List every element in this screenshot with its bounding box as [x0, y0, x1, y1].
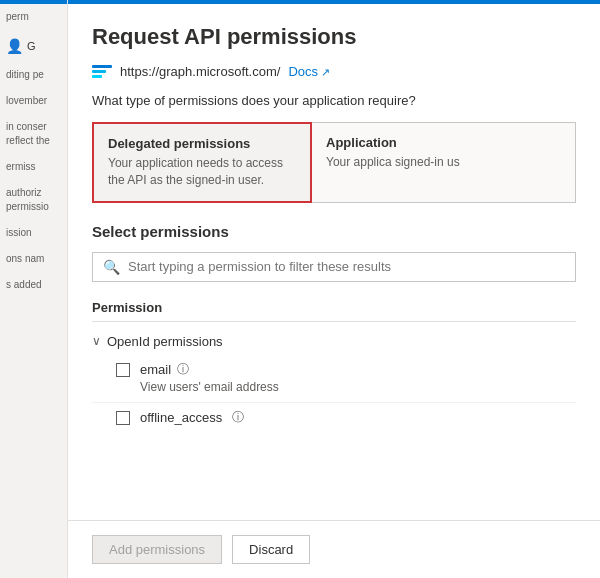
select-permissions-title: Select permissions	[92, 223, 576, 240]
email-checkbox[interactable]	[116, 363, 130, 377]
sidebar-item-perm: perm	[0, 4, 67, 30]
email-perm-name: email	[140, 362, 171, 377]
email-perm-desc: View users' email address	[140, 380, 576, 394]
sidebar-item-ermiss: ermiss	[0, 154, 67, 180]
permission-item-offline: offline_access ⓘ	[92, 403, 576, 430]
discard-button[interactable]: Discard	[232, 535, 310, 564]
offline-perm-name: offline_access	[140, 410, 222, 425]
chevron-down-icon: ∨	[92, 334, 101, 348]
delegated-card-title: Delegated permissions	[108, 136, 296, 151]
permission-item-email: email ⓘ View users' email address	[92, 353, 576, 403]
email-perm-info: email ⓘ View users' email address	[140, 361, 576, 394]
application-permissions-card[interactable]: Application Your applica signed-in us	[312, 122, 576, 203]
email-info-icon[interactable]: ⓘ	[177, 361, 189, 378]
docs-link[interactable]: Docs	[288, 64, 330, 79]
search-icon: 🔍	[103, 259, 120, 275]
group-header-openid[interactable]: ∨ OpenId permissions	[92, 330, 576, 353]
sidebar-item-s-added: s added	[0, 272, 67, 298]
email-name-row: email ⓘ	[140, 361, 576, 378]
api-url-row: https://graph.microsoft.com/ Docs	[92, 64, 576, 79]
sidebar-item-editing: diting pe	[0, 62, 67, 88]
application-card-desc: Your applica signed-in us	[326, 154, 561, 171]
graph-api-icon	[92, 65, 112, 79]
sidebar-item-authoriz: authoriz permissio	[0, 180, 67, 220]
permission-column-header: Permission	[92, 294, 576, 322]
search-box[interactable]: 🔍	[92, 252, 576, 282]
search-input[interactable]	[128, 259, 565, 274]
content-area: Request API permissions https://graph.mi…	[68, 4, 600, 578]
sidebar: perm 👤 G diting pe lovember in conser re…	[0, 0, 68, 578]
permissions-question: What type of permissions does your appli…	[92, 93, 576, 108]
offline-info-icon[interactable]: ⓘ	[232, 409, 244, 426]
sidebar-item-ission: ission	[0, 220, 67, 246]
api-url-text: https://graph.microsoft.com/	[120, 64, 280, 79]
delegated-card-desc: Your application needs to access the API…	[108, 155, 296, 189]
person-icon: 👤	[6, 38, 23, 54]
delegated-permissions-card[interactable]: Delegated permissions Your application n…	[92, 122, 312, 203]
footer-actions: Add permissions Discard	[68, 520, 600, 578]
add-permissions-button[interactable]: Add permissions	[92, 535, 222, 564]
sidebar-item-consent: in conser reflect the	[0, 114, 67, 154]
openid-permissions-group: ∨ OpenId permissions email ⓘ View users'…	[92, 330, 576, 430]
page-title: Request API permissions	[92, 24, 576, 50]
permission-type-cards: Delegated permissions Your application n…	[92, 122, 576, 203]
offline-checkbox[interactable]	[116, 411, 130, 425]
application-card-title: Application	[326, 135, 561, 150]
main-panel: Request API permissions https://graph.mi…	[68, 0, 600, 578]
sidebar-nav-g[interactable]: 👤 G	[0, 30, 67, 62]
sidebar-item-november: lovember	[0, 88, 67, 114]
group-name-openid: OpenId permissions	[107, 334, 223, 349]
sidebar-item-ons-nam: ons nam	[0, 246, 67, 272]
